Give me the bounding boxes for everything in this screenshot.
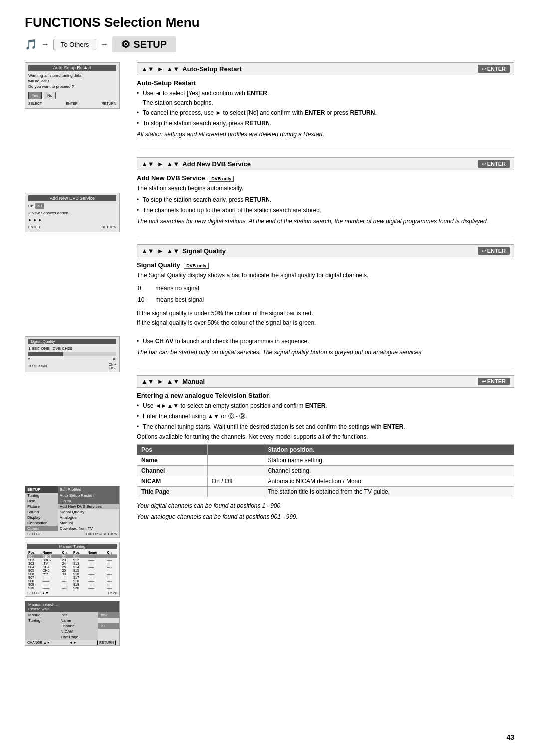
breadcrumb-arrow-2: → [100,40,108,49]
dvb-service-screen-content: Ch 68 2 New Services added. ► ► ► ENTER … [28,203,116,230]
left-column: Auto-Setup Restart Warning-all stored tu… [25,62,125,646]
dvb-section: ▲▼ ► ▲▼ Add New DVB Service ↩ ENTER Add … [137,157,514,226]
setup-menu-edit-profiles: Edit Profiles [58,486,119,493]
options-row-titlepage: Title Page The station title is obtained… [137,487,514,497]
manual-nav-label: Manual [182,378,474,385]
options-row-nicam: NICAM On / Off Automatic NICAM detection… [137,476,514,487]
manual-nav-triangle: ► [157,378,164,385]
ms-channel-value: 21 [98,623,119,629]
no-button[interactable]: No [44,92,56,99]
signal-nav-label: Signal Quality [182,247,474,255]
tuning-table: Pos Name Ch Pos Name Ch 901BBC122911----… [27,551,117,590]
signal-bottom: ⊕ RETURN Ch + Ch - [28,363,116,370]
tuning-row-3: 903ITV24913---------- [27,562,117,565]
divider-2 [137,237,514,237]
tuning-col-name1: Name [41,551,61,555]
breadcrumb-arrow-1: → [41,40,49,49]
ms-pos-value: 992 [98,612,119,618]
setup-item-connection: Connection [25,520,58,526]
page-number: 43 [506,733,514,741]
nav-arrows-1: ▲▼ [141,65,154,73]
breadcrumb: 🎵 → Auto-Setup Restart To Others → ⚙ SET… [25,36,514,52]
dvb-nav: ▲▼ ► ▲▼ Add New DVB Service ↩ ENTER [137,157,514,170]
manual-search-title: Manual search...Please wait. [25,601,119,612]
setup-menu-screen: SETUP Edit Profiles Tuning Auto-Setup Re… [25,486,120,538]
auto-setup-warning: Warning-all stored tuning data will be l… [28,73,116,90]
tuning-col-pos1: Pos [27,551,41,555]
auto-setup-buttons: Yes No [28,92,116,99]
setup-right-download: Download from TV [58,526,119,531]
ms-nicam-value [98,629,119,634]
ms-titlepage-label: Title Page [58,634,98,640]
setup-item-display: Display [25,515,58,520]
yes-button[interactable]: Yes [28,92,42,99]
music-icon: 🎵 [25,38,37,50]
signal-nav-arrows-1: ▲▼ [141,247,154,255]
dvb-title: Add New DVB Service DVB only [137,174,514,182]
setup-right-signal: Signal Quality [58,509,119,515]
ms-left-tuning: Tuning [25,618,58,623]
tuning-screen-title: Manual Tuning [27,544,117,549]
manual-enter: ↩ ENTER [478,378,510,385]
main-layout: Auto-Setup Restart Warning-all stored tu… [25,62,514,646]
options-row-name: Name Station name setting. [137,455,514,466]
setup-item-disc: Disc [25,498,58,504]
page-title: FUNCTIONS Selection Menu [25,15,514,30]
spacer-3 [25,376,125,486]
tuning-col-ch2: Ch [106,551,117,555]
tuning-row-5: 905CH520915---------- [27,569,117,572]
auto-setup-section: ▲▼ ► ▲▼ Auto-Setup Restart ↩ ENTER Auto-… [137,62,514,139]
tuning-row-8: 908----------918---------- [27,579,117,583]
setup-item-others: Others [25,526,58,531]
signal-quality-section: ▲▼ ► ▲▼ Signal Quality ↩ ENTER Signal Qu… [137,244,514,357]
auto-setup-nav-label: Auto-Setup Restart [182,65,474,73]
options-row-channel: Channel Channel setting. [137,466,514,476]
ms-titlepage-value [98,634,119,640]
manual-search-screen: Manual search...Please wait. Manual Pos … [25,601,120,646]
tuning-row-1: 901BBC122911---------- [27,554,117,558]
ms-left-manual: Manual [25,612,58,618]
signal-screen-channel: 1:BBC ONE DVB CH26 [28,346,116,351]
ms-left-empty3 [25,634,58,640]
breadcrumb-others-label: To Others [61,41,89,48]
manual-nav-arrows-2: ▲▼ [167,378,180,385]
dvb-nav-label: Add New DVB Service [182,160,474,168]
signal-bar [28,352,63,356]
dvb-nav-triangle: ► [157,160,164,168]
tuning-row-9: 909----------919---------- [27,583,117,586]
auto-setup-nav: ▲▼ ► ▲▼ Auto-Setup Restart ↩ ENTER [137,62,514,75]
dvb-nav-arrows-2: ▲▼ [167,160,180,168]
tuning-col-pos2: Pos [72,551,86,555]
breadcrumb-others: Auto-Setup Restart To Others [53,39,96,50]
dvb-enter: ↩ ENTER [478,160,510,168]
signal-nav: ▲▼ ► ▲▼ Signal Quality ↩ ENTER [137,244,514,257]
setup-right-digital: Digital [58,498,119,504]
dvb-arrows: ► ► ► [28,217,116,223]
signal-bar-container [28,352,116,356]
ms-name-value [98,618,119,623]
options-col-pos: Pos [137,445,208,455]
setup-item-sound: Sound [25,509,58,515]
options-col-desc: Station position. [264,445,514,455]
breadcrumb-setup: ⚙ SETUP [112,36,176,52]
signal-desc: The Signal Quality display shows a bar t… [137,271,514,346]
digital-positions: Your digital channels can be found at po… [137,501,514,510]
manual-title: Entering a new analogue Television Stati… [137,392,514,399]
options-table: Pos Station position. Name Station name … [137,444,514,497]
ms-left-empty1 [25,623,58,629]
tuning-col-name2: Name [86,551,106,555]
signal-line-2: If the signal quality is over 50% the co… [137,318,514,328]
dvb-badge-1: DVB only [209,176,234,182]
setup-right-auto: Auto-Setup Restart [58,493,119,498]
dvb-service-screen: Add New DVB Service Ch 68 2 New Services… [25,193,120,232]
signal-nums: 5 10 [28,357,116,361]
options-col-empty [207,445,264,455]
signal-bar-row [28,352,116,356]
signal-dvb-badge: DVB only [184,263,209,269]
manual-nav: ▲▼ ► ▲▼ Manual ↩ ENTER [137,375,514,388]
setup-icon: ⚙ [121,38,130,50]
nav-triangle-1: ► [157,65,164,73]
spacer-1 [25,113,125,193]
manual-nav-arrows-1: ▲▼ [141,378,154,385]
right-column: ▲▼ ► ▲▼ Auto-Setup Restart ↩ ENTER Auto-… [137,62,514,646]
